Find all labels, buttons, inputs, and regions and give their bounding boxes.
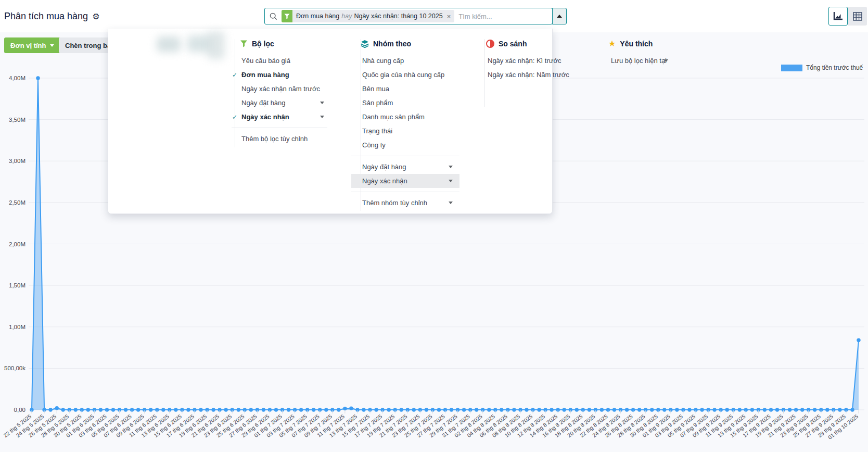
groupby-item-label: Danh mục sản phẩm	[362, 113, 425, 121]
chart-point	[575, 408, 579, 411]
chart-point	[400, 408, 403, 411]
legend-label: Tổng tiền trước thuế	[806, 64, 863, 71]
groupby-item-label: Ngày xác nhận	[362, 177, 407, 185]
chart-point	[600, 408, 604, 411]
chart-point	[625, 408, 629, 411]
chart-point	[675, 408, 679, 411]
chart-point	[374, 408, 378, 411]
search-input[interactable]	[458, 12, 552, 20]
y-axis-label: 2,00M	[9, 241, 25, 247]
chart-point	[662, 408, 666, 411]
chart-point	[362, 408, 365, 411]
filters-title: Bộ lọc	[252, 40, 274, 48]
graph-view-button[interactable]	[828, 7, 848, 26]
groupby-item[interactable]: Bên mua	[351, 82, 459, 96]
chart-point	[850, 408, 854, 411]
groupby-item[interactable]: Quốc gia của nhà cung cấp	[351, 68, 459, 82]
comparison-item[interactable]: Ngày xác nhận: Năm trước	[479, 68, 583, 82]
add-custom-filter[interactable]: Thêm bộ lọc tùy chỉnh	[232, 132, 327, 146]
comparison-item[interactable]: Ngày xác nhận: Kì trước	[479, 54, 583, 68]
comparison-title: So sánh	[499, 40, 527, 48]
divider	[232, 128, 327, 128]
groupby-section: Nhóm theo Nhà cung cấp Quốc gia của nhà …	[351, 36, 459, 210]
facet-remove-icon[interactable]: ×	[447, 13, 451, 20]
chart-point	[437, 408, 441, 411]
groupby-date-item[interactable]: Ngày đặt hàng	[351, 160, 459, 174]
search-bar[interactable]: Đơn mua hànghayNgày xác nhận: tháng 10 2…	[264, 8, 553, 24]
groupby-title: Nhóm theo	[373, 40, 411, 48]
check-icon: ✓	[232, 71, 237, 79]
groupby-item-label: Công ty	[362, 141, 386, 149]
filter-item[interactable]: Ngày xác nhận năm trước	[232, 82, 327, 96]
chart-point	[174, 408, 177, 411]
chart-point	[111, 408, 115, 411]
pivot-view-button[interactable]	[848, 7, 867, 26]
layers-icon	[361, 40, 369, 48]
groupby-item[interactable]: Trạng thái	[351, 124, 459, 138]
filter-item[interactable]: Yêu cầu báo giá	[232, 54, 327, 68]
chart-legend[interactable]: Tổng tiền trước thuế	[781, 64, 863, 71]
chart-point	[500, 408, 503, 411]
filter-item-label: Ngày xác nhận	[241, 113, 289, 121]
y-axis-label: 3,00M	[9, 158, 25, 164]
chart-point	[775, 408, 779, 411]
pivot-icon	[853, 12, 862, 21]
chart-point	[186, 408, 190, 411]
chart-point	[161, 408, 165, 411]
chart-point	[825, 408, 829, 411]
check-icon: ✓	[232, 114, 237, 121]
chart-point	[612, 408, 616, 411]
groupby-item[interactable]: Sản phẩm	[351, 96, 459, 110]
save-current-search[interactable]: Lưu bộ lọc hiện tại	[602, 54, 659, 68]
y-axis-label: 1,00M	[9, 324, 25, 330]
chart-point	[274, 408, 278, 411]
groupby-date-item[interactable]: Ngày xác nhận	[351, 174, 459, 188]
facet-part1: Đơn mua hàng	[296, 12, 339, 20]
search-options-toggle[interactable]	[552, 8, 567, 24]
chevron-down-icon	[664, 59, 668, 62]
gear-icon[interactable]: ⚙	[92, 11, 99, 21]
chart-point	[412, 408, 416, 411]
search-options-panel: Bộ lọc Yêu cầu báo giá ✓Đơn mua hàng Ngà…	[108, 29, 553, 214]
comparison-item-label: Ngày xác nhận: Kì trước	[488, 57, 561, 65]
filter-item[interactable]: ✓Đơn mua hàng	[232, 68, 327, 82]
chart-point	[712, 408, 716, 411]
add-custom-group[interactable]: Thêm nhóm tùy chỉnh	[351, 196, 459, 210]
chart-point	[788, 408, 792, 411]
chevron-down-icon	[449, 202, 453, 204]
measures-button[interactable]: Đơn vị tính	[4, 37, 60, 53]
chart-point	[637, 408, 641, 411]
chart-point	[224, 408, 228, 411]
chart-point	[588, 408, 591, 411]
filter-item-label: Đơn mua hàng	[241, 71, 289, 79]
groupby-item-label: Nhà cung cấp	[362, 57, 404, 65]
chart-point	[61, 408, 65, 411]
chart-point	[48, 408, 52, 411]
page-title: Phân tích mua hàng⚙	[4, 11, 99, 22]
divider	[351, 192, 459, 192]
chart-point	[525, 408, 528, 411]
chart-point	[262, 408, 265, 411]
chart-point	[462, 408, 466, 411]
chart-point	[36, 76, 40, 80]
filter-item[interactable]: Ngày đặt hàng	[232, 96, 327, 110]
favorites-section: ★ Yêu thích Lưu bộ lọc hiện tại	[602, 36, 659, 68]
chart-point	[324, 408, 328, 411]
chart-point	[838, 408, 841, 411]
chevron-down-icon	[50, 44, 54, 47]
chart-point	[650, 408, 654, 411]
chart-point	[211, 408, 215, 411]
groupby-item-label: Trạng thái	[362, 127, 392, 135]
chart-point	[136, 408, 140, 411]
groupby-item[interactable]: Nhà cung cấp	[351, 54, 459, 68]
chart-point	[249, 408, 253, 411]
favorites-title: Yêu thích	[620, 40, 653, 48]
search-icon	[270, 12, 277, 20]
groupby-item[interactable]: Danh mục sản phẩm	[351, 110, 459, 124]
filter-item[interactable]: ✓Ngày xác nhận	[232, 110, 327, 124]
groupby-item[interactable]: Công ty	[351, 138, 459, 152]
chevron-down-icon	[320, 102, 324, 104]
y-axis-label: 0,00	[14, 407, 25, 413]
chevron-down-icon	[320, 116, 324, 118]
comparison-item-label: Ngày xác nhận: Năm trước	[488, 71, 569, 79]
